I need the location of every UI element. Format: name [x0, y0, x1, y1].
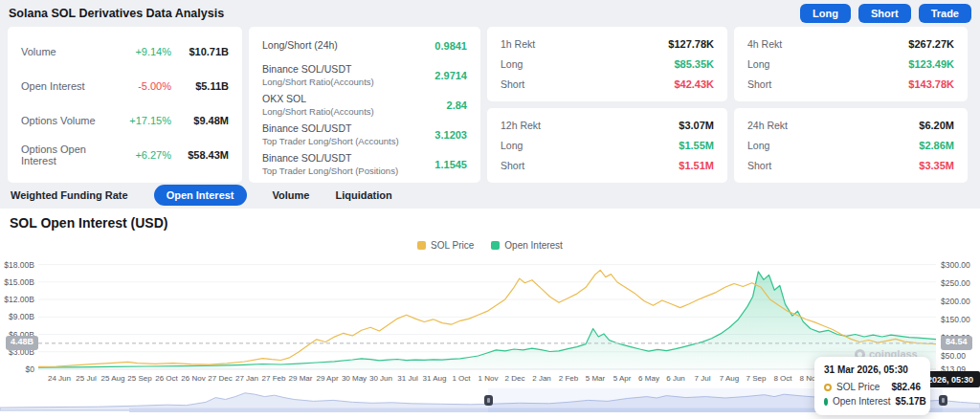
tab-weighted-funding-rate[interactable]: Weighted Funding Rate [11, 189, 128, 201]
y-axis-left-tick: $0 [0, 365, 34, 374]
long-button[interactable]: Long [800, 4, 851, 23]
rekt-short-value: $3.35M [919, 160, 954, 171]
x-axis-tick: 27 Dec [208, 374, 232, 383]
ratio-label: Binance SOL/USDT [262, 152, 434, 164]
x-axis-tick: 25 Jul [76, 374, 96, 383]
ratio-sublabel: Long/Short Ratio(Accounts) [262, 106, 447, 117]
metric-label: Options Open Interest [21, 143, 122, 166]
metric-change: -5.00% [122, 80, 171, 92]
tooltip-row: SOL Price $82.46 [824, 382, 921, 392]
ratio-value: 0.9841 [434, 40, 467, 52]
rekt-title: 24h Rekt [747, 120, 788, 131]
short-button[interactable]: Short [858, 4, 911, 23]
rekt-long-label: Long [501, 58, 523, 70]
stats-cards-row: Volume +9.14% $10.71B Open Interest -5.0… [0, 25, 980, 182]
chart-panel: SOL Open Interest (USD) SOL Price Open I… [0, 209, 980, 419]
metric-value: $9.48M [171, 115, 229, 126]
metric-row: Volume +9.14% $10.71B [8, 34, 242, 69]
x-axis-tick: 5 Apr [613, 374, 632, 383]
x-axis-tick: 1 Oct [452, 374, 470, 383]
metric-label: Open Interest [21, 80, 122, 92]
metric-label: Options Volume [21, 115, 122, 126]
rekt-total: $3.07M [679, 120, 714, 131]
rekt-short-label: Short [747, 160, 771, 171]
ratio-sublabel: Long/Short Ratio(Accounts) [262, 77, 434, 87]
y-axis-right-tick: $150.00 [941, 316, 979, 324]
trade-actions: Long Short Trade [800, 4, 971, 23]
metric-change: +6.27% [122, 149, 171, 161]
y-axis-left-tick: $15.00B [0, 278, 34, 287]
ratio-value: 1.1545 [434, 159, 467, 170]
metric-change: +17.15% [122, 115, 171, 126]
rekt-total: $127.78K [668, 38, 714, 50]
ratio-label: Binance SOL/USDT [262, 63, 434, 75]
top-bar: Solana SOL Derivatives Data Analysis Lon… [0, 0, 980, 25]
metric-value: $5.11B [171, 80, 229, 92]
x-axis-tick: 2 Jan [532, 374, 551, 383]
ratio-sublabel: Top Trader Long/Short (Accounts) [262, 136, 434, 146]
rekt-total: $6.20M [919, 120, 954, 131]
rekt-long-value: $85.35K [674, 58, 714, 70]
rekt-title: 4h Rekt [747, 38, 782, 50]
metric-row: Options Volume +17.15% $9.48M [8, 103, 242, 138]
tooltip-label: SOL Price [836, 382, 880, 392]
open-interest-dot-icon [824, 398, 828, 406]
rekt-short-value: $42.43K [674, 78, 714, 90]
tooltip-value: $82.46 [891, 382, 921, 392]
ratio-row: Binance SOL/USDTTop Trader Long/Short (A… [249, 120, 480, 149]
rekt-total: $267.27K [908, 38, 954, 50]
x-axis-tick: 5 Mar [586, 374, 605, 383]
metric-label: Volume [21, 46, 122, 57]
y-axis-left-tick: $18.00B [0, 261, 34, 270]
derivatives-dashboard: Solana SOL Derivatives Data Analysis Lon… [0, 0, 980, 419]
rekt-long-label: Long [747, 58, 769, 70]
rekt-column-2: 4h Rekt$267.27K Long$123.49K Short$143.7… [734, 27, 968, 183]
rekt-long-label: Long [747, 140, 769, 151]
tooltip-date: 31 Mar 2026, 05:30 [824, 364, 921, 375]
tab-liquidation[interactable]: Liquidation [335, 189, 391, 201]
x-axis-tick: 24 Jun [48, 374, 71, 383]
metric-value: $58.43M [171, 149, 229, 161]
x-axis-tick: 2 Feb [559, 374, 578, 383]
chart-tooltip: 31 Mar 2026, 05:30 SOL Price $82.46 Open… [814, 357, 930, 415]
oi-current-badge: 4.48B [6, 336, 38, 350]
ratio-row: Binance SOL/USDTLong/Short Ratio(Account… [249, 60, 480, 90]
ratio-label: OKX SOL [262, 93, 447, 104]
rekt-long-label: Long [501, 140, 523, 151]
rekt-long-value: $2.86M [919, 140, 954, 151]
sol-price-dot-icon [824, 384, 832, 391]
tooltip-label: Open Interest [833, 396, 891, 407]
long-short-ratios-card: Long/Short (24h) 0.9841 Binance SOL/USDT… [249, 27, 480, 183]
navigator-handle-right[interactable] [939, 395, 947, 406]
ratio-value: 3.1203 [434, 129, 467, 141]
x-axis-tick: 31 Jul [397, 374, 417, 383]
tooltip-row: Open Interest $5.17B [824, 396, 921, 407]
rekt-short-label: Short [747, 78, 771, 90]
navigator-handle-left[interactable] [484, 395, 493, 406]
y-axis-right-tick: $200.00 [941, 298, 979, 306]
x-axis-tick: 29 Apr [316, 374, 338, 383]
x-axis-tick: 6 May [638, 374, 659, 383]
rekt-card-12h: 12h Rekt$3.07M Long$1.55M Short$1.51M [487, 108, 727, 183]
ratio-label: Binance SOL/USDT [262, 122, 434, 134]
x-axis-tick: 2 Dec [505, 374, 525, 383]
rekt-short-value: $1.51M [679, 160, 714, 171]
tooltip-value: $5.17B [896, 396, 926, 407]
rekt-short-label: Short [501, 78, 524, 90]
x-axis-tick: 30 Jun [369, 374, 392, 383]
tab-open-interest[interactable]: Open Interest [154, 185, 247, 206]
x-axis-tick: 29 Mar [289, 374, 313, 383]
trade-button[interactable]: Trade [919, 4, 971, 23]
tab-volume[interactable]: Volume [273, 189, 310, 201]
y-axis-right-tick: $300.00 [941, 261, 979, 270]
y-axis-right-tick: $250.00 [941, 279, 979, 288]
rekt-short-value: $143.78K [908, 78, 954, 90]
rekt-column-1: 1h Rekt$127.78K Long$85.35K Short$42.43K… [487, 27, 727, 183]
rekt-title: 1h Rekt [501, 38, 535, 50]
x-axis-tick: 1 Nov [479, 374, 499, 383]
x-axis-tick: 26 Nov [181, 374, 205, 383]
ratio-value: 2.84 [447, 99, 467, 111]
x-axis-tick: 8 Oct [773, 374, 791, 383]
rekt-long-value: $1.55M [679, 140, 714, 151]
metric-value: $10.71B [171, 46, 229, 57]
